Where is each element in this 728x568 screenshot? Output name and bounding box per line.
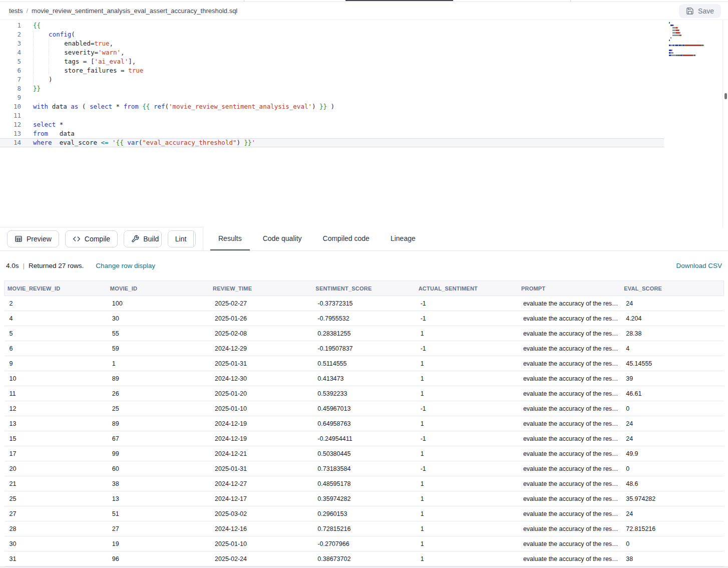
code-token: enabled= [64, 40, 94, 47]
table-cell: 0.413473 [312, 371, 415, 386]
table-cell: -0.19507837 [312, 341, 415, 356]
line-number: 11 [0, 111, 21, 120]
prompt-cell-container: evaluate the accuracy of the res… [518, 401, 621, 416]
prompt-cell-container: evaluate the accuracy of the res… [518, 431, 621, 446]
code-line[interactable]: 1{{ [0, 21, 728, 30]
code-token: as [71, 103, 78, 110]
table-row: 11262025-01-200.53922331evaluate the acc… [5, 386, 724, 401]
code-text: tags = ['ai_eval'], [21, 57, 136, 66]
build-button-label: Build [143, 235, 159, 243]
tab-label: Lineage [391, 234, 416, 242]
table-cell: 55 [107, 326, 210, 341]
breadcrumb-folder[interactable]: tests [9, 7, 23, 15]
table-cell: 1 [107, 356, 210, 371]
table-cell: 30 [107, 311, 210, 326]
minimap-indent [669, 32, 672, 34]
code-token: }} [319, 103, 327, 110]
code-line[interactable]: 5 tags = ['ai_eval'], [0, 57, 728, 66]
prompt-preview-text: evaluate the accuracy of the res… [523, 540, 618, 547]
table-row: 4302025-01-26-0.7955532-1evaluate the ac… [5, 311, 724, 326]
minimap-segment [670, 37, 671, 39]
code-line[interactable]: 14where eval_score <= '{{ var("eval_accu… [0, 138, 664, 147]
prompt-cell: evaluate the accuracy of the res… [523, 540, 616, 547]
code-token: * [56, 121, 63, 128]
prompt-preview-text: evaluate the accuracy of the res… [523, 555, 618, 562]
table-cell: 0.28381255 [312, 326, 415, 341]
prompt-cell: evaluate the accuracy of the res… [523, 405, 616, 412]
minimap-line [669, 55, 722, 56]
code-text: select * [21, 120, 63, 129]
prompt-cell: evaluate the accuracy of the res… [523, 330, 616, 337]
editor-scrollbar-thumb[interactable] [724, 93, 727, 99]
code-line[interactable]: 10with data as ( select * from {{ ref('m… [0, 102, 728, 111]
table-cell: -0.24954411 [312, 431, 415, 446]
prompt-preview-text: evaluate the accuracy of the res… [523, 390, 618, 397]
table-row: 21382024-12-270.485951781evaluate the ac… [5, 476, 724, 491]
column-header[interactable]: REVIEW_TIME [210, 281, 312, 296]
preview-button[interactable]: Preview [7, 230, 59, 247]
change-row-display-link[interactable]: Change row display [96, 262, 155, 269]
code-line[interactable]: 11 [0, 111, 728, 120]
code-line[interactable]: 6 store_failures = true [0, 66, 728, 75]
file-tab-strip [0, 0, 728, 2]
indent-guide [33, 58, 49, 65]
code-token: * [112, 103, 124, 110]
lint-button[interactable]: Lint [168, 231, 194, 247]
indent-guide [49, 40, 64, 47]
code-text: where eval_score <= '{{ var("eval_accura… [21, 139, 255, 147]
minimap[interactable] [669, 22, 722, 57]
tab-results[interactable]: Results [210, 227, 250, 250]
eval-score-cell: 38 [621, 551, 723, 566]
code-token [150, 103, 154, 110]
code-token: var [127, 139, 139, 146]
table-cell: 5 [5, 326, 107, 341]
table-cell: 1 [416, 386, 518, 401]
table-cell: 2025-01-26 [210, 311, 312, 326]
code-line[interactable]: 2 config( [0, 30, 728, 39]
column-header[interactable]: MOVIE_ID [107, 281, 210, 296]
code-token: ( [165, 103, 169, 110]
prompt-preview-text: evaluate the accuracy of the res… [523, 315, 618, 322]
chevron-down-icon [194, 235, 196, 243]
lint-button-label: Lint [175, 235, 187, 243]
code-token: from [33, 130, 48, 137]
table-cell: 0.50380445 [312, 446, 415, 461]
minimap-line [669, 32, 722, 34]
column-header[interactable]: ACTUAL_SENTIMENT [416, 281, 518, 296]
column-header[interactable]: MOVIE_REVIEW_ID [5, 281, 107, 296]
code-text: severity='warn', [21, 48, 125, 57]
code-line[interactable]: 3 enabled=true, [0, 39, 728, 48]
line-number: 10 [0, 102, 21, 111]
lint-dropdown-button[interactable] [193, 231, 196, 247]
code-line[interactable]: 4 severity='warn', [0, 48, 728, 57]
tab-code-quality[interactable]: Code quality [255, 227, 310, 250]
code-line[interactable]: 13from data [0, 129, 728, 138]
table-cell: 0.64958763 [312, 416, 415, 431]
code-line[interactable]: 9 [0, 93, 728, 102]
download-csv-link[interactable]: Download CSV [676, 262, 722, 269]
column-header[interactable]: EVAL_SCORE [621, 281, 723, 296]
results-tabbar: ResultsCode qualityCompiled codeLineage [203, 227, 728, 250]
save-button[interactable]: Save [679, 4, 721, 18]
tab-lineage[interactable]: Lineage [383, 227, 424, 250]
code-line[interactable]: 12select * [0, 120, 728, 129]
minimap-segment [679, 35, 681, 36]
column-header[interactable]: SENTIMENT_SCORE [312, 281, 415, 296]
code-line[interactable]: 8}} [0, 84, 728, 93]
minimap-segment [672, 32, 676, 34]
code-token: ( [78, 103, 90, 110]
column-header[interactable]: PROMPT [518, 281, 621, 296]
code-line[interactable]: 7 ) [0, 75, 728, 84]
table-cell: 1 [416, 476, 518, 491]
minimap-segment [669, 22, 670, 24]
tab-compiled-code[interactable]: Compiled code [315, 227, 378, 250]
build-button[interactable]: Build [124, 231, 162, 247]
floppy-disk-icon [686, 7, 694, 15]
code-icon [73, 235, 81, 243]
sql-editor[interactable]: 1{{2 config(3 enabled=true,4 severity='w… [0, 20, 728, 227]
table-cell: 10 [5, 371, 107, 386]
table-cell: 2025-03-02 [210, 506, 312, 521]
table-cell: 0.35974282 [312, 491, 415, 506]
table-row: 25132024-12-170.359742821evaluate the ac… [5, 491, 724, 506]
compile-button[interactable]: Compile [65, 230, 118, 247]
